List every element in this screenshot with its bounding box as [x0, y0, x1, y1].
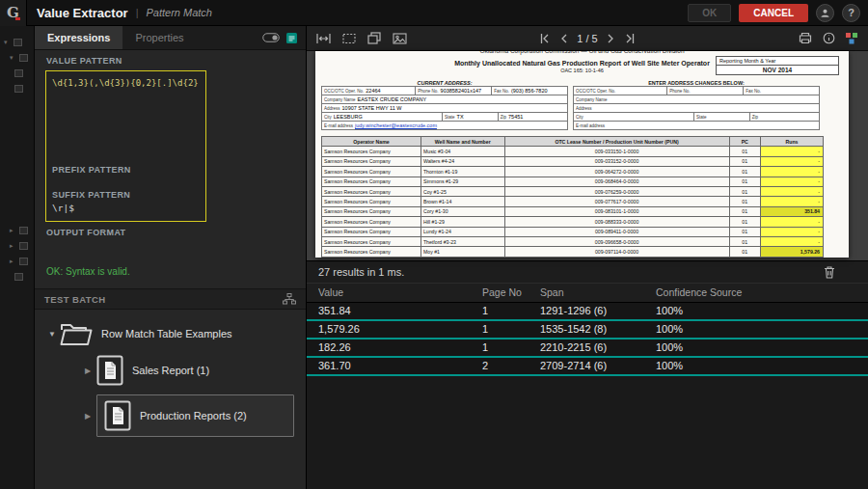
field-label: Address [324, 106, 340, 111]
field-label: State [445, 115, 455, 120]
nav-tree-node[interactable]: ▾ [0, 51, 34, 64]
runs-cell: - [760, 177, 823, 186]
suffix-pattern-label: SUFFIX PATTERN [52, 190, 200, 200]
runs-cell: - [760, 197, 823, 206]
expressions-panel: Expressions Properties VALUE PATTERN \d{… [35, 26, 307, 489]
table-row: Samson Resources Company Lundy #1-24 009… [322, 227, 824, 236]
print-icon[interactable] [799, 32, 812, 44]
operator-cell: Samson Resources Company [322, 247, 421, 257]
well-cell: Simmons #1-29 [420, 177, 504, 186]
current-address-block: CURRENT ADDRESS: OCC/OTC Oper. No.22464 … [321, 80, 568, 130]
nav-tree-node[interactable] [0, 82, 34, 95]
table-row: Samson Resources Company Brown #1-14 009… [322, 197, 824, 206]
fit-width-icon[interactable] [316, 33, 331, 44]
help-button[interactable]: ? [842, 4, 860, 22]
field-value: EASTEX CRUDE COMPANY [358, 96, 427, 102]
operator-cell: Samson Resources Company [322, 227, 421, 236]
tree-node-document[interactable]: ▶ Sales Report (1) [48, 355, 298, 386]
nav-tree-node[interactable]: ▾ [0, 36, 34, 48]
folder-icon [60, 321, 93, 346]
result-confidence: 100% [656, 305, 710, 316]
page-indicator[interactable]: 1 / 5 [577, 33, 597, 44]
result-confidence: 100% [656, 323, 710, 335]
pun-cell: 009-089411-0-0000 [504, 227, 729, 236]
address-changes-block: ENTER ADDRESS CHANGES BELOW: OCC/OTC Ope… [573, 80, 820, 130]
result-row[interactable]: 182.26 1 2210-2215 (6) 100% [307, 340, 868, 358]
expander-icon: ▾ [4, 39, 11, 46]
pun-cell: 009-033152-0-0000 [504, 156, 729, 166]
node-icon [19, 242, 28, 250]
pattern-editor[interactable]: \d{1,3}(,\d{3}){0,2}[.]\d{2} PREFIX PATT… [45, 70, 206, 222]
value-pattern-input[interactable]: \d{1,3}(,\d{3}){0,2}[.]\d{2} [52, 78, 200, 90]
result-row[interactable]: 351.84 1 1291-1296 (6) 100% [307, 303, 868, 321]
user-button[interactable] [816, 4, 834, 22]
cancel-button[interactable]: CANCEL [739, 4, 808, 22]
image-icon[interactable] [393, 33, 407, 44]
sitemap-icon[interactable] [283, 293, 296, 305]
runs-cell: - [760, 227, 823, 236]
expander-icon[interactable]: ▶ [85, 412, 96, 421]
nav-tree-node[interactable] [0, 270, 34, 283]
production-table: Operator Name Well Name and Number OTC L… [321, 136, 824, 258]
col-source: Source [710, 286, 868, 298]
runs-cell: 351.84 [760, 206, 823, 216]
result-span: 1291-1296 (6) [540, 305, 656, 316]
node-icon [14, 69, 23, 77]
field-value: (903) 856-7820 [511, 88, 548, 94]
toggle-icon[interactable] [262, 33, 280, 42]
tab-properties[interactable]: Properties [122, 26, 196, 49]
result-row[interactable]: 1,579.26 1 1535-1542 (8) 100% [307, 321, 868, 340]
pun-cell: 009-077617-0-0000 [504, 197, 729, 206]
ok-button[interactable]: OK [688, 4, 731, 22]
table-row: Samson Resources Company Hill #1-29 009-… [322, 217, 824, 227]
tree-node-root[interactable]: ▼ Row Match Table Examples [48, 321, 298, 346]
pc-cell: 01 [729, 177, 760, 186]
marquee-zoom-icon[interactable] [342, 33, 356, 44]
table-row: Samson Resources Company Simmons #1-29 0… [322, 177, 824, 186]
table-header-row: Operator Name Well Name and Number OTC L… [322, 137, 824, 147]
field-value: 22464 [366, 88, 380, 94]
info-icon[interactable] [823, 32, 835, 44]
first-page-icon[interactable] [538, 33, 551, 44]
well-cell: Coy #1-25 [420, 186, 504, 196]
field-label: City [324, 115, 332, 120]
last-page-icon[interactable] [624, 33, 637, 44]
runs-cell: - [760, 147, 823, 156]
regex-options-icon[interactable] [286, 33, 297, 43]
trash-icon[interactable] [824, 265, 835, 279]
node-icon [19, 54, 28, 62]
main-area: 1 / 5 [307, 26, 868, 489]
tree-node-document-selected[interactable]: ▶ Production Reports (2) [48, 394, 298, 437]
expander-icon[interactable]: ▼ [48, 330, 60, 339]
thumbnails-icon[interactable] [367, 32, 381, 44]
pc-cell: 01 [729, 147, 760, 156]
nav-tree-node[interactable]: ▸ [0, 239, 34, 252]
document-viewer[interactable]: Oklahoma Corporation Commission — Oil an… [307, 51, 868, 260]
prev-page-icon[interactable] [558, 33, 569, 44]
nav-tree-node[interactable]: ▸ [0, 224, 34, 236]
operator-cell: Samson Resources Company [322, 206, 421, 216]
operator-cell: Samson Resources Company [322, 197, 421, 206]
document-icon [96, 355, 123, 386]
well-cell: Hill #1-29 [420, 217, 504, 227]
pc-cell: 01 [729, 156, 760, 166]
expander-icon[interactable]: ▶ [85, 367, 96, 375]
document-page[interactable]: Oklahoma Corporation Commission — Oil an… [315, 51, 849, 258]
next-page-icon[interactable] [606, 33, 616, 44]
result-value: 351.84 [318, 305, 482, 316]
result-value: 361.70 [318, 360, 482, 371]
tree-node-label: Production Reports (2) [140, 410, 247, 421]
results-table: Value Page No Span Confidence Source 351… [307, 284, 868, 489]
suffix-pattern-input[interactable]: \r|$ [52, 203, 200, 213]
tab-expressions[interactable]: Expressions [35, 26, 122, 49]
field-label: E-mail address [324, 123, 353, 128]
selected-node-box[interactable]: Production Reports (2) [96, 394, 294, 437]
runs-cell: - [760, 236, 823, 246]
nav-tree-node[interactable]: ▸ [0, 255, 34, 267]
nav-tree-node[interactable] [0, 67, 34, 79]
well-cell: Walters #4-24 [420, 156, 504, 166]
pc-cell: 01 [729, 206, 760, 216]
result-row[interactable]: 361.70 2 2709-2714 (6) 100% [307, 358, 868, 376]
runs-cell: - [760, 167, 823, 177]
channels-icon[interactable] [846, 33, 858, 44]
